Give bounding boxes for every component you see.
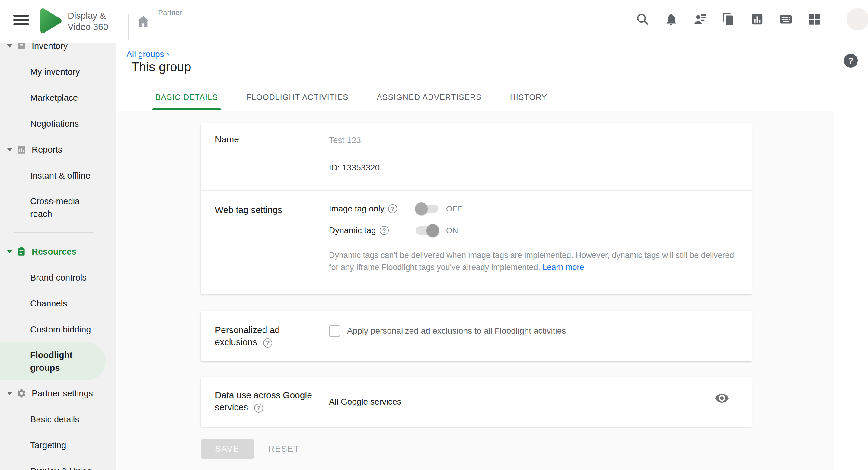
app-canvas: Display & Video 360 Partner (0, 0, 868, 470)
reset-button[interactable]: RESET (268, 444, 300, 454)
account-switcher-icon[interactable] (693, 12, 707, 26)
chevron-down-icon (7, 392, 12, 395)
topbar-divider (128, 14, 129, 39)
sidebar-item-channels[interactable]: Channels (0, 290, 116, 316)
main-content: Name ID: 13353320 Web tag settings Image… (117, 111, 835, 470)
menu-icon[interactable] (13, 15, 29, 25)
sidebar-item-reports[interactable]: Reports (0, 137, 116, 163)
apps-grid-icon[interactable] (808, 12, 822, 26)
dynamic-tag-label: Dynamic tag (329, 226, 376, 235)
chevron-down-icon (7, 44, 12, 48)
topbar-icons (636, 8, 868, 30)
sidebar-item-my-inventory[interactable]: My inventory (0, 59, 116, 85)
dynamic-tag-row: Dynamic tag ? ON (329, 226, 737, 235)
web-tag-settings-section: Web tag settings Image tag only ? OFF (201, 190, 751, 294)
question-circle-icon[interactable]: ? (254, 404, 263, 413)
breadcrumb: All groups › (126, 50, 169, 59)
tab-basic-details[interactable]: BASIC DETAILS (155, 84, 218, 111)
sidebar-item-targeting[interactable]: Targeting (0, 432, 116, 458)
sidebar-item-custom-bidding[interactable]: Custom bidding (0, 316, 116, 342)
question-circle-icon[interactable]: ? (380, 226, 389, 235)
help-icon[interactable]: ? (844, 54, 858, 68)
sidebar-item-label: Inventory (32, 43, 68, 51)
context-label: Partner (158, 8, 182, 17)
sidebar-item-basic-details[interactable]: Basic details (0, 406, 116, 432)
sidebar-item-display-video[interactable]: Display & Video (0, 458, 116, 470)
avatar[interactable] (846, 8, 868, 30)
search-icon[interactable] (636, 12, 650, 26)
sidebar-item-brand-controls[interactable]: Brand controls (0, 264, 116, 290)
apply-exclusions-label: Apply personalized ad exclusions to all … (347, 326, 566, 336)
save-button[interactable]: SAVE (201, 439, 254, 459)
right-rail: ? (835, 43, 868, 470)
web-tag-description: Dynamic tags can't be delivered when ima… (329, 249, 737, 273)
reports-icon (16, 145, 27, 155)
tab-history[interactable]: HISTORY (510, 84, 547, 111)
chart-icon[interactable] (750, 12, 764, 26)
sidebar-item-inventory[interactable]: Inventory (0, 43, 116, 59)
form-actions: SAVE RESET (201, 439, 300, 459)
notifications-icon[interactable] (664, 12, 678, 26)
settings-gear-icon (16, 388, 27, 399)
page-title: This group (131, 60, 191, 74)
product-name: Display & Video 360 (68, 10, 108, 32)
chevron-down-icon (7, 250, 12, 253)
image-tag-only-label: Image tag only (329, 204, 384, 214)
dynamic-tag-state: ON (446, 226, 458, 235)
breadcrumb-all-groups-link[interactable]: All groups (126, 50, 164, 59)
dv360-logo-icon (38, 7, 63, 36)
eye-icon[interactable] (715, 391, 729, 405)
content-header: All groups › This group BASIC DETAILS FL… (117, 43, 835, 111)
apply-exclusions-checkbox[interactable] (329, 325, 340, 337)
sidebar-item-instant-offline[interactable]: Instant & offline (0, 163, 116, 189)
name-label: Name (201, 133, 329, 173)
web-tag-settings-label: Web tag settings (201, 204, 329, 273)
sidebar-item-marketplace[interactable]: Marketplace (0, 85, 116, 111)
data-use-card: Data use across Google services ? All Go… (201, 377, 751, 427)
sidebar-item-partner-settings[interactable]: Partner settings (0, 380, 116, 406)
question-circle-icon[interactable]: ? (263, 339, 272, 347)
image-tag-only-toggle[interactable] (416, 204, 438, 213)
data-use-label: Data use across Google services ? (201, 389, 329, 413)
question-circle-icon[interactable]: ? (388, 204, 397, 213)
keyboard-icon[interactable] (779, 12, 793, 26)
tab-assigned-advertisers[interactable]: ASSIGNED ADVERTISERS (377, 84, 482, 111)
tab-bar: BASIC DETAILS FLOODLIGHT ACTIVITIES ASSI… (155, 84, 547, 111)
topbar: Display & Video 360 Partner (0, 0, 868, 42)
name-section: Name ID: 13353320 (201, 123, 751, 190)
breadcrumb-separator: › (166, 50, 169, 59)
tab-floodlight-activities[interactable]: FLOODLIGHT ACTIVITIES (246, 84, 348, 111)
copy-icon[interactable] (722, 12, 736, 26)
sidebar: Inventory My inventory Marketplace Negot… (0, 43, 116, 470)
group-id-text: ID: 13353320 (329, 163, 734, 173)
inventory-icon (16, 43, 27, 51)
basic-details-card: Name ID: 13353320 Web tag settings Image… (201, 123, 751, 294)
sidebar-item-negotiations[interactable]: Negotiations (0, 111, 116, 137)
chevron-down-icon (7, 148, 12, 151)
image-tag-only-state: OFF (446, 204, 462, 214)
data-use-value: All Google services (329, 397, 734, 407)
sidebar-item-floodlight-groups[interactable]: Floodlight groups (0, 342, 105, 380)
learn-more-link[interactable]: Learn more (542, 263, 584, 272)
dynamic-tag-toggle[interactable] (416, 226, 438, 235)
image-tag-only-row: Image tag only ? OFF (329, 204, 737, 214)
personalized-exclusions-label: Personalized ad exclusions ? (201, 324, 329, 348)
sidebar-item-cross-media-reach[interactable]: Cross-media reach (0, 189, 116, 226)
sidebar-divider (14, 232, 94, 233)
personalized-ad-exclusions-card: Personalized ad exclusions ? Apply perso… (201, 311, 751, 362)
resources-icon (16, 247, 27, 257)
name-input[interactable] (329, 133, 527, 150)
home-icon[interactable] (136, 14, 151, 29)
sidebar-item-resources[interactable]: Resources (0, 239, 116, 264)
